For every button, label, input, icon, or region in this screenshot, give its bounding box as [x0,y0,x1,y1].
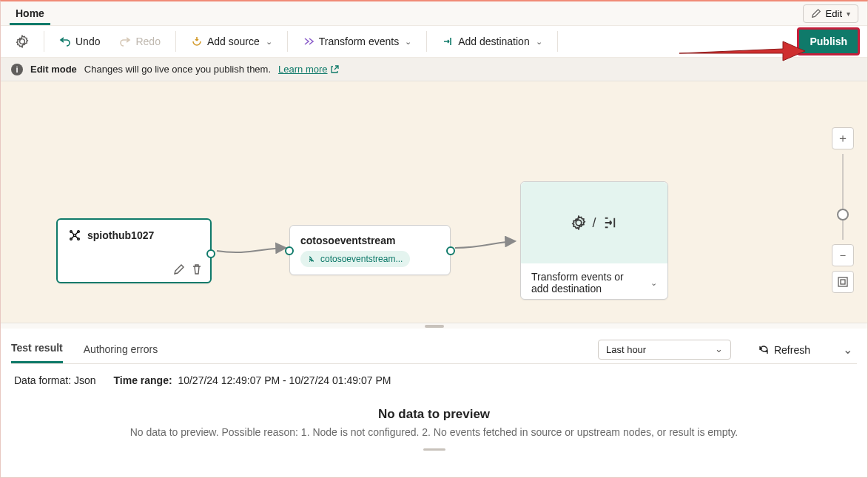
svg-point-2 [70,238,73,240]
edit-mode-label: Edit mode [30,64,77,75]
tab-home[interactable]: Home [10,1,50,25]
pencil-icon [811,8,821,18]
iot-hub-icon [68,229,81,242]
refresh-icon [758,344,770,356]
undo-icon [59,36,71,47]
destination-out-icon [442,36,454,47]
tab-authoring-errors[interactable]: Authoring errors [84,337,158,363]
transform-events-button[interactable]: Transform events ⌄ [295,31,419,52]
svg-rect-6 [841,280,845,284]
edit-mode-message: Changes will go live once you publish th… [84,64,271,75]
gear-icon [16,35,29,48]
redo-icon [119,36,131,47]
zoom-slider[interactable] [842,154,844,240]
add-destination-button[interactable]: Add destination ⌄ [434,31,550,52]
add-source-button[interactable]: Add source ⌄ [184,31,280,52]
tab-test-result[interactable]: Test result [11,336,63,363]
no-data-message: No data to preview. Possible reason: 1. … [11,426,857,438]
node-source[interactable]: spiothub1027 [56,218,212,283]
no-data-title: No data to preview [11,394,857,426]
zoom-out-button[interactable]: － [832,244,854,266]
operations-icon [571,215,586,230]
chevron-down-icon: ▾ [847,10,850,18]
node-placeholder[interactable]: / Transform events or add destination ⌄ [520,181,668,300]
source-in-icon [191,36,203,47]
settings-button[interactable] [8,30,36,53]
destination-out-icon [602,215,617,230]
chevron-down-icon: ⌄ [536,37,542,47]
port-out[interactable] [206,249,215,258]
zoom-in-button[interactable]: ＋ [832,127,854,149]
panel-expand-icon[interactable]: ⌄ [838,343,857,357]
data-format-label: Data format: [14,374,71,386]
time-range-label: Time range: [114,374,172,386]
eventstream-chip[interactable]: cotosoeventstream... [300,251,410,267]
zoom-slider-handle[interactable] [837,209,849,221]
svg-point-1 [78,231,80,233]
chevron-down-icon: ⌄ [405,37,411,47]
node-eventstream-label: cotosoeventstream [300,235,395,246]
refresh-button[interactable]: Refresh [752,340,816,360]
svg-point-3 [78,238,80,240]
node-eventstream[interactable]: cotosoeventstream cotosoeventstream... [289,225,451,275]
bottom-handle[interactable] [11,438,857,455]
zoom-controls: ＋ － [830,127,855,293]
publish-button[interactable]: Publish [797,27,860,55]
node-source-label: spiothub1027 [87,229,154,241]
svg-point-0 [70,231,73,233]
canvas[interactable]: spiothub1027 cotosoeventstream cotosoeve… [1,81,867,323]
info-icon: i [11,64,23,75]
port-out[interactable] [446,246,455,255]
external-link-icon [330,65,339,74]
edit-dropdown-button[interactable]: Edit ▾ [803,4,858,23]
time-range-value: 10/27/24 12:49:07 PM - 10/27/24 01:49:07… [178,374,391,386]
port-in[interactable] [285,246,294,255]
chevron-down-icon[interactable]: ⌄ [650,278,657,288]
redo-button: Redo [112,31,167,52]
edit-node-icon[interactable] [173,263,185,277]
stream-icon [308,255,317,263]
panel-splitter[interactable] [1,323,867,329]
learn-more-link[interactable]: Learn more [278,64,338,75]
svg-rect-5 [838,277,847,286]
undo-button[interactable]: Undo [52,31,107,52]
fit-to-screen-button[interactable] [832,271,854,293]
data-format-value: Json [74,374,96,386]
fit-icon [837,276,849,288]
chevron-down-icon: ⌄ [266,37,272,47]
delete-node-icon[interactable] [191,263,203,277]
node-placeholder-label: Transform events or add destination [531,271,635,294]
time-range-select[interactable]: Last hour [598,340,731,360]
transform-icon [303,36,314,47]
